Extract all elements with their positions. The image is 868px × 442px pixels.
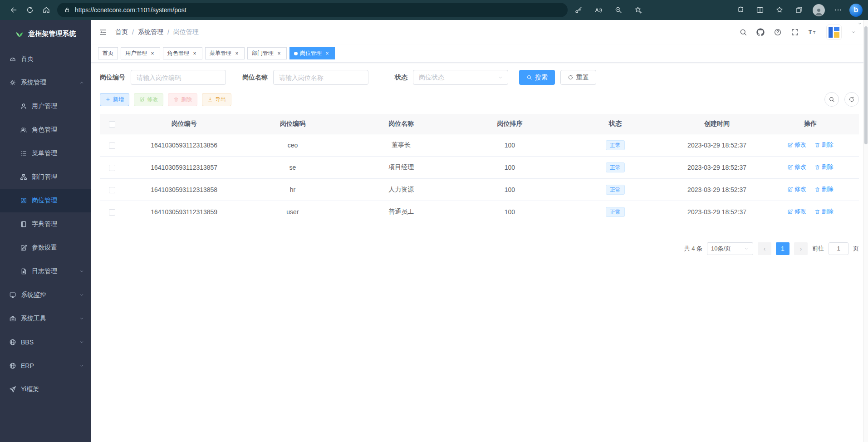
page-number-button[interactable]: 1: [776, 242, 790, 255]
refresh-table-button[interactable]: [844, 92, 859, 107]
browser-menu-button[interactable]: [830, 2, 846, 18]
breadcrumb-home[interactable]: 首页: [115, 28, 128, 36]
sidebar-item-erp[interactable]: ERP: [0, 354, 91, 378]
close-icon[interactable]: ×: [324, 50, 330, 57]
profile-avatar: [813, 4, 825, 16]
page-size-select[interactable]: 10条/页: [707, 242, 753, 255]
sidebar-item-yi-framework[interactable]: Yi框架: [0, 378, 91, 401]
export-button[interactable]: 导出: [202, 93, 231, 106]
row-checkbox[interactable]: [109, 209, 115, 216]
sidebar-item-home[interactable]: 首页: [0, 47, 91, 71]
row-edit-link[interactable]: 修改: [787, 207, 806, 216]
user-menu-caret[interactable]: [851, 29, 856, 35]
zoom-button[interactable]: [610, 2, 627, 18]
app-logo[interactable]: 意框架管理系统: [0, 20, 91, 47]
add-button[interactable]: 新增: [100, 93, 129, 106]
row-edit-link[interactable]: 修改: [787, 141, 806, 149]
sidebar-item-roles[interactable]: 角色管理: [0, 118, 91, 142]
row-edit-link[interactable]: 修改: [787, 163, 806, 171]
chevron-down-icon: [851, 29, 856, 35]
tab-dept-management[interactable]: 部门管理×: [247, 47, 287, 59]
row-delete-link[interactable]: 删除: [814, 141, 834, 149]
extensions-button[interactable]: [732, 2, 749, 18]
sidebar-item-departments[interactable]: 部门管理: [0, 165, 91, 189]
fullscreen-icon: [791, 28, 799, 36]
toolbar-overflow-caret[interactable]: [857, 21, 863, 26]
table-row: 1641030593112313858 hr 人力资源 100 正常 2023-…: [100, 178, 859, 201]
row-checkbox[interactable]: [109, 165, 115, 171]
tab-role-management[interactable]: 角色管理×: [163, 47, 202, 59]
globe-icon: [9, 362, 16, 369]
chevron-down-icon: [857, 21, 863, 26]
prev-page-button[interactable]: ‹: [758, 242, 771, 255]
row-checkbox[interactable]: [109, 187, 115, 193]
browser-back-button[interactable]: [5, 2, 22, 18]
status-select[interactable]: 岗位状态: [413, 70, 508, 85]
edit-button[interactable]: 修改: [134, 93, 163, 106]
tab-user-management[interactable]: 用户管理×: [121, 47, 160, 59]
next-page-button[interactable]: ›: [794, 242, 808, 255]
sidebar-item-system[interactable]: 系统管理: [0, 71, 91, 94]
row-edit-link[interactable]: 修改: [787, 185, 806, 193]
sidebar-item-tools[interactable]: 系统工具: [0, 307, 91, 330]
sidebar-item-menus[interactable]: 菜单管理: [0, 142, 91, 165]
sidebar-item-dictionary[interactable]: 字典管理: [0, 212, 91, 236]
cell-created: 2023-03-29 18:52:37: [672, 156, 761, 178]
close-icon[interactable]: ×: [234, 50, 240, 57]
tab-home[interactable]: 首页: [98, 47, 118, 59]
browser-profile-button[interactable]: [810, 2, 827, 18]
sidebar-item-logs[interactable]: 日志管理: [0, 260, 91, 283]
status-label: 状态: [395, 74, 407, 82]
show-search-toggle-button[interactable]: [824, 92, 839, 107]
tab-post-management[interactable]: 岗位管理×: [289, 47, 335, 59]
header-search-button[interactable]: [739, 28, 747, 36]
delete-button[interactable]: 删除: [168, 93, 197, 106]
sidebar-item-users[interactable]: 用户管理: [0, 94, 91, 118]
post-code-input[interactable]: [131, 70, 226, 85]
password-key-button[interactable]: [570, 2, 587, 18]
row-checkbox[interactable]: [109, 142, 115, 149]
sidebar-item-posts[interactable]: 岗位管理: [0, 189, 91, 212]
row-delete-link[interactable]: 删除: [814, 207, 834, 216]
user-avatar-logo[interactable]: [826, 25, 842, 40]
search-button[interactable]: 搜索: [519, 70, 555, 85]
browser-refresh-button[interactable]: [22, 2, 38, 18]
read-aloud-button[interactable]: [590, 2, 607, 18]
browser-home-button[interactable]: [38, 2, 54, 18]
row-delete-link[interactable]: 删除: [814, 163, 834, 171]
close-icon[interactable]: ×: [149, 50, 156, 57]
sidebar-item-monitoring[interactable]: 系统监控: [0, 283, 91, 307]
bing-discover-button[interactable]: b: [849, 4, 863, 17]
split-screen-button[interactable]: [752, 2, 768, 18]
search-icon: [526, 74, 532, 80]
help-button[interactable]: [774, 28, 782, 36]
goto-page-input[interactable]: [829, 242, 848, 255]
post-name-input[interactable]: [273, 70, 368, 85]
reset-button[interactable]: 重置: [560, 70, 596, 85]
collections-button[interactable]: [791, 2, 807, 18]
select-all-checkbox[interactable]: [109, 121, 115, 128]
close-icon[interactable]: ×: [276, 50, 282, 57]
chevron-down-icon: [498, 75, 503, 80]
favorites-button[interactable]: [771, 2, 788, 18]
sidebar-item-parameters[interactable]: 参数设置: [0, 236, 91, 260]
close-icon[interactable]: ×: [191, 50, 198, 57]
breadcrumb-system[interactable]: 系统管理: [138, 28, 163, 36]
sidebar-toggle-button[interactable]: [91, 20, 115, 44]
chevron-down-icon: [79, 363, 84, 368]
address-bar[interactable]: https://ccnetcore.com:1101/system/post: [57, 3, 568, 17]
scrollbar-thumb[interactable]: [864, 26, 868, 144]
users-icon: [20, 126, 27, 133]
font-size-button[interactable]: TT: [808, 28, 817, 37]
fullscreen-button[interactable]: [791, 28, 799, 36]
sidebar-item-bbs[interactable]: BBS: [0, 330, 91, 354]
filter-status: 状态 岗位状态: [395, 70, 508, 85]
browser-scrollbar[interactable]: [863, 20, 868, 442]
add-favorite-button[interactable]: [630, 2, 647, 18]
cell-post-sort: 100: [461, 156, 558, 178]
extensions-puzzle-icon: [736, 6, 745, 14]
tab-menu-management[interactable]: 菜单管理×: [205, 47, 245, 59]
fold-menu-icon: [99, 28, 107, 36]
github-button[interactable]: [756, 28, 765, 36]
row-delete-link[interactable]: 删除: [814, 185, 834, 193]
